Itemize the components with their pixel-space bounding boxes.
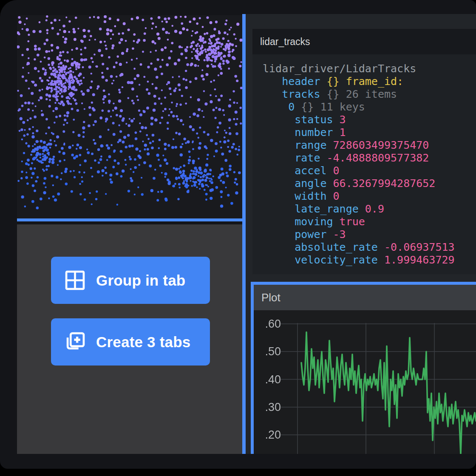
plot-panel-header[interactable]: Plot	[254, 285, 476, 310]
code-line[interactable]: accel 0	[263, 164, 476, 177]
app-window: Group in tab Create 3 tabs	[0, 0, 476, 469]
y-tick-label: .60	[254, 317, 281, 330]
lidar-tracks-panel-header[interactable]: lidar_tracks	[252, 29, 476, 54]
code-line[interactable]: rate -4.4888809577382	[263, 152, 476, 164]
grid-2x2-icon	[65, 270, 85, 290]
y-tick-label: .40	[254, 373, 281, 386]
code-line[interactable]: power -3	[263, 228, 476, 241]
code-line[interactable]: lidar_driver/LidarTracks	[263, 62, 476, 75]
group-in-tab-label: Group in tab	[96, 272, 185, 289]
create-tabs-button[interactable]: Create 3 tabs	[51, 318, 210, 366]
code-line[interactable]: number 1	[263, 126, 476, 139]
y-tick-label: .20	[254, 428, 281, 441]
plot-panel-title: Plot	[261, 291, 280, 304]
code-line[interactable]: absolute_rate -0.06937513	[263, 241, 476, 254]
code-line[interactable]: angle 66.3267994287652	[263, 177, 476, 190]
add-tab-icon	[65, 332, 85, 352]
right-pane: lidar_tracks lidar_driver/LidarTrackshea…	[246, 14, 476, 454]
message-body: lidar_driver/LidarTracksheader {} frame_…	[252, 54, 476, 274]
code-line[interactable]: header {} frame_id:	[263, 75, 476, 88]
screen: Group in tab Create 3 tabs	[0, 0, 476, 476]
lidar-tracks-panel-title: lidar_tracks	[260, 36, 310, 48]
code-line[interactable]: 0 {} 11 keys	[263, 101, 476, 113]
code-line[interactable]: width 0	[263, 190, 476, 203]
create-tabs-label: Create 3 tabs	[96, 334, 190, 351]
code-line[interactable]: tracks {} 26 items	[263, 88, 476, 101]
plot-chart-area: .60 .50 .40 .30 .20	[254, 310, 476, 454]
lidar-tracks-panel: lidar_tracks lidar_driver/LidarTrackshea…	[252, 29, 476, 274]
pointcloud-panel	[17, 15, 242, 218]
pointcloud-canvas[interactable]	[17, 15, 242, 218]
code-line[interactable]: moving true	[263, 215, 476, 228]
panel-divider-horizontal[interactable]	[17, 218, 242, 221]
plot-panel: Plot .60 .50 .40 .30 .20	[251, 282, 476, 454]
code-line[interactable]: status 3	[263, 113, 476, 126]
code-line[interactable]: late_range 0.9	[263, 203, 476, 215]
panel-divider-vertical[interactable]	[242, 14, 246, 454]
code-line[interactable]: velocity_rate 1.999463729	[263, 254, 476, 266]
y-tick-label: .30	[254, 401, 281, 414]
plot-canvas[interactable]	[254, 310, 476, 454]
group-in-tab-button[interactable]: Group in tab	[51, 257, 210, 304]
actions-panel: Group in tab Create 3 tabs	[17, 224, 242, 454]
y-tick-label: .50	[254, 345, 281, 358]
code-line[interactable]: range 728603499375470	[263, 139, 476, 152]
